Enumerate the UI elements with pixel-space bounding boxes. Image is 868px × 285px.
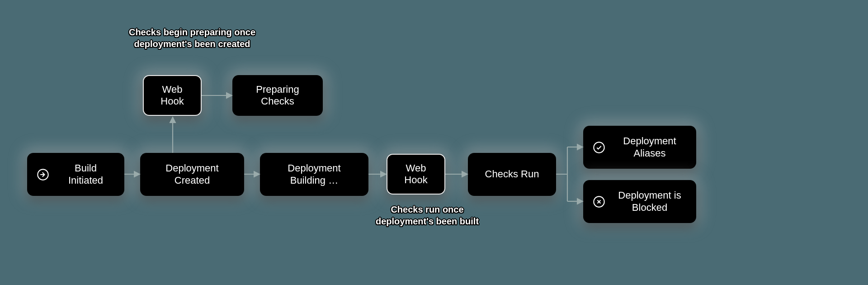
connector-svg [0,0,868,285]
fork-checksrun-to-outcomes [556,147,582,201]
